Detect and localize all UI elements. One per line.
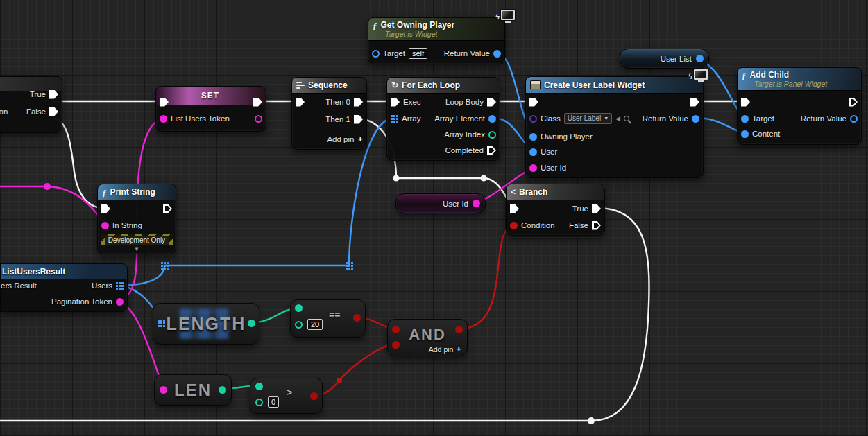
exec-in-pin[interactable] — [296, 98, 305, 107]
node-create-user-label-widget[interactable]: Create User Label Widget Class User Labe… — [525, 76, 704, 178]
node-break-list-users-result[interactable]: ListUsersResult ers Result Users Paginat… — [0, 263, 128, 312]
node-equal-int[interactable]: 20 == — [290, 299, 366, 338]
owning-player-pin[interactable] — [529, 133, 537, 141]
in-string-pin[interactable] — [101, 222, 109, 229]
user-id-output-pin[interactable] — [473, 200, 480, 207]
pin-label: Content — [752, 130, 780, 138]
condition-pin[interactable] — [510, 222, 518, 229]
node-add-child[interactable]: ƒ Add Child Target is Panel Widget Targe… — [737, 67, 862, 145]
length-out-pin[interactable] — [248, 320, 255, 327]
variable-label: User Id — [443, 200, 468, 208]
result-pin[interactable] — [353, 314, 361, 322]
node-user-id-getter[interactable]: User Id — [395, 193, 486, 213]
user-id-pin[interactable] — [529, 164, 537, 172]
wire-string[interactable] — [0, 186, 103, 223]
node-get-owning-player[interactable]: ƒ Get Owning Player Target is Widget Tar… — [368, 17, 505, 64]
add-pin-button[interactable]: + — [456, 345, 461, 354]
exec-in-pin[interactable] — [529, 98, 538, 107]
then-1-pin[interactable] — [354, 115, 363, 124]
exec-pin-true[interactable] — [49, 90, 58, 99]
user-pin[interactable] — [529, 148, 537, 156]
equals-op-icon: == — [329, 309, 340, 320]
pin-label: True — [30, 90, 46, 98]
node-print-string[interactable]: ƒ Print String In String Development Onl… — [97, 184, 176, 254]
node-sequence[interactable]: Sequence Then 0 Then 1 Add pin + — [291, 77, 367, 150]
literal-value-box[interactable]: 0 — [268, 396, 279, 408]
back-arrow-icon[interactable]: ◀ — [615, 115, 620, 122]
exec-in-pin[interactable] — [391, 98, 400, 107]
class-dropdown[interactable]: User Label ▼ — [564, 113, 612, 124]
exec-out-pin[interactable] — [849, 98, 858, 107]
input-b-pin[interactable] — [392, 341, 400, 349]
exec-in-pin[interactable] — [741, 98, 750, 107]
add-pin-button[interactable]: + — [357, 135, 363, 143]
node-branch-truncated[interactable]: True ion False — [0, 76, 62, 133]
reroute-node[interactable] — [44, 183, 51, 190]
pin-label: Then 0 — [325, 98, 350, 106]
target-pin[interactable] — [741, 115, 749, 123]
pagination-token-pin[interactable] — [116, 298, 124, 306]
input-b-pin[interactable] — [255, 399, 263, 406]
pin-label: Users — [92, 281, 112, 290]
false-pin[interactable] — [592, 221, 601, 230]
result-pin[interactable] — [455, 326, 463, 333]
exec-out-pin[interactable] — [253, 98, 262, 107]
return-value-pin[interactable] — [850, 115, 858, 123]
return-value-pin[interactable] — [493, 50, 501, 58]
list-users-token-out-pin[interactable] — [255, 115, 262, 123]
wire-bool[interactable] — [313, 344, 393, 396]
exec-in-pin[interactable] — [160, 98, 169, 107]
exec-in-pin[interactable] — [101, 204, 110, 213]
node-for-each-loop[interactable]: ↻ For Each Loop Exec Loop Body Array Arr… — [386, 77, 500, 161]
result-pin[interactable] — [310, 392, 318, 400]
array-pin[interactable] — [391, 115, 398, 123]
exec-out-pin[interactable] — [163, 204, 172, 213]
branch-icon: < — [511, 188, 516, 197]
list-users-token-in-pin[interactable] — [160, 115, 167, 123]
return-value-pin[interactable] — [692, 115, 699, 123]
loop-body-pin[interactable] — [487, 98, 496, 107]
input-b-pin[interactable] — [295, 321, 303, 329]
node-greater-int[interactable]: 0 > — [250, 378, 323, 414]
node-title: For Each Loop — [402, 80, 460, 90]
target-pin[interactable] — [372, 50, 380, 58]
users-array-pin[interactable] — [116, 282, 124, 290]
exec-pin-false[interactable] — [49, 107, 58, 116]
wire-bool[interactable] — [460, 225, 512, 329]
class-pin[interactable] — [529, 115, 537, 123]
array-in-pin[interactable] — [158, 320, 165, 327]
content-pin[interactable] — [741, 130, 749, 138]
exec-out-pin[interactable] — [690, 98, 699, 107]
input-a-pin[interactable] — [295, 304, 303, 312]
array-element-pin[interactable] — [488, 115, 496, 123]
completed-pin[interactable] — [487, 146, 496, 155]
node-string-len[interactable]: LEN — [154, 374, 232, 406]
pin-label: Return Value — [801, 114, 846, 123]
expand-arrow-icon[interactable]: ▼ — [98, 247, 176, 252]
node-set-list-users-token[interactable]: SET List Users Token — [155, 86, 266, 132]
self-value-box[interactable]: self — [409, 48, 427, 59]
array-index-pin[interactable] — [488, 131, 496, 139]
reroute-node[interactable] — [588, 417, 595, 424]
node-branch[interactable]: < Branch True Condition False — [506, 184, 605, 236]
reroute-node[interactable] — [481, 175, 487, 182]
loop-icon: ↻ — [391, 81, 398, 90]
literal-value-box[interactable]: 20 — [307, 319, 323, 330]
true-pin[interactable] — [592, 204, 601, 213]
node-user-list-getter[interactable]: User List — [620, 49, 709, 69]
wire-exec[interactable] — [53, 119, 103, 208]
then-0-pin[interactable] — [354, 98, 363, 107]
node-array-length[interactable]: LENGTH — [153, 303, 259, 345]
len-out-pin[interactable] — [219, 386, 226, 394]
input-a-pin[interactable] — [392, 326, 400, 333]
exec-in-pin[interactable] — [510, 204, 519, 213]
input-a-pin[interactable] — [255, 383, 263, 390]
pin-label: True — [572, 204, 588, 213]
reroute-node[interactable] — [393, 175, 400, 182]
user-list-output-pin[interactable] — [696, 55, 704, 62]
pin-label: In String — [112, 221, 142, 229]
reroute-node[interactable] — [337, 378, 342, 383]
node-and-bool[interactable]: AND Add pin + — [387, 319, 468, 356]
browse-icon[interactable] — [624, 116, 629, 121]
string-in-pin[interactable] — [160, 386, 167, 394]
